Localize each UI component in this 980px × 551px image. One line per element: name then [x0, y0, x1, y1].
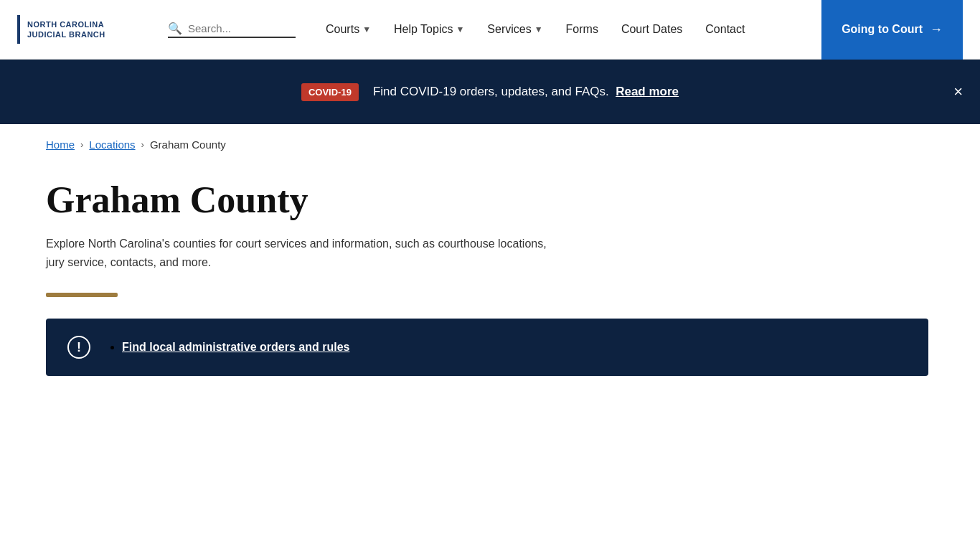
chevron-down-icon: ▼	[362, 24, 371, 34]
covid-banner: COVID-19 Find COVID-19 orders, updates, …	[0, 60, 980, 124]
nav-courts[interactable]: Courts ▼	[317, 17, 380, 42]
breadcrumb-locations[interactable]: Locations	[89, 138, 135, 151]
nav-forms[interactable]: Forms	[557, 17, 607, 42]
chevron-down-icon: ▼	[534, 24, 543, 34]
info-list: Find local administrative orders and rul…	[108, 341, 349, 354]
covid-text: Find COVID-19 orders, updates, and FAQs.…	[373, 85, 679, 99]
chevron-down-icon: ▼	[456, 24, 464, 34]
logo-area: NORTH CAROLINA JUDICIAL BRANCH	[17, 15, 161, 44]
covid-badge: COVID-19	[301, 83, 359, 101]
nav-help-topics[interactable]: Help Topics ▼	[385, 17, 473, 42]
nav-services[interactable]: Services ▼	[479, 17, 551, 42]
gold-divider	[46, 293, 118, 297]
arrow-right-icon: →	[930, 22, 943, 37]
nav-court-dates[interactable]: Court Dates	[613, 17, 691, 42]
search-icon: 🔍	[168, 22, 182, 35]
page-description: Explore North Carolina's counties for co…	[46, 235, 548, 271]
site-header: NORTH CAROLINA JUDICIAL BRANCH 🔍 Courts …	[0, 0, 980, 60]
covid-read-more-link[interactable]: Read more	[616, 85, 679, 98]
admin-orders-link[interactable]: Find local administrative orders and rul…	[122, 341, 349, 353]
going-to-court-label: Going to Court	[842, 23, 923, 36]
breadcrumb-separator-1: ›	[80, 139, 83, 150]
breadcrumb-current: Graham County	[150, 138, 226, 151]
logo-bar	[17, 15, 20, 44]
going-to-court-button[interactable]: Going to Court →	[821, 0, 963, 60]
breadcrumb-separator-2: ›	[141, 139, 144, 150]
search-area[interactable]: 🔍	[168, 22, 296, 38]
page-title: Graham County	[46, 179, 934, 220]
search-input[interactable]	[188, 22, 296, 34]
info-box: ! Find local administrative orders and r…	[46, 319, 928, 376]
breadcrumb-home[interactable]: Home	[46, 138, 75, 151]
list-item: Find local administrative orders and rul…	[122, 341, 349, 354]
nav-contact[interactable]: Contact	[697, 17, 753, 42]
close-banner-button[interactable]: ×	[953, 84, 963, 100]
main-nav: Courts ▼ Help Topics ▼ Services ▼ Forms …	[317, 17, 821, 42]
breadcrumb: Home › Locations › Graham County	[0, 124, 980, 165]
info-icon: !	[67, 336, 90, 359]
logo-text: NORTH CAROLINA JUDICIAL BRANCH	[27, 19, 105, 40]
main-content: Graham County Explore North Carolina's c…	[0, 165, 980, 405]
